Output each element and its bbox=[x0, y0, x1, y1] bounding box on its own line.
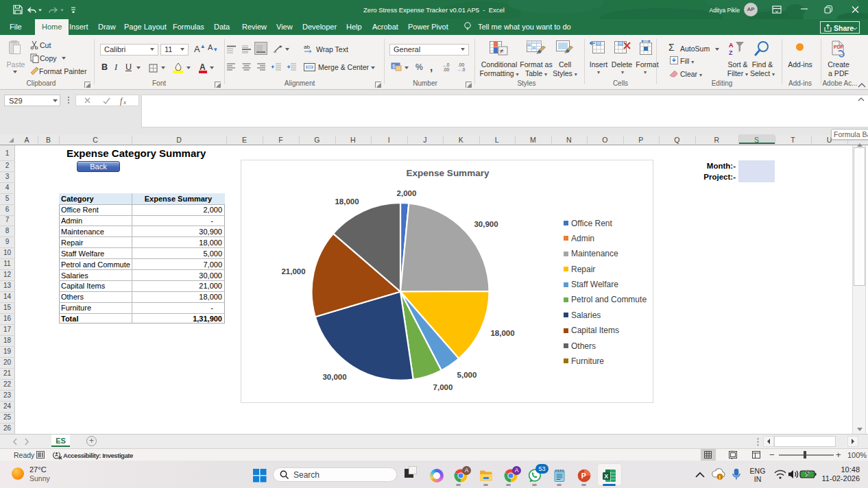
svg-text:!: ! bbox=[719, 474, 721, 480]
svg-text:$: $ bbox=[392, 63, 396, 69]
svg-text:PDF: PDF bbox=[834, 45, 844, 49]
svg-text:X: X bbox=[604, 473, 608, 480]
svg-text:x: x bbox=[123, 99, 126, 106]
svg-text:.0: .0 bbox=[461, 67, 466, 72]
svg-text:ab: ab bbox=[304, 44, 310, 50]
svg-text:A: A bbox=[729, 42, 734, 49]
svg-text:→: → bbox=[457, 67, 461, 72]
svg-text:.00: .00 bbox=[443, 67, 449, 72]
svg-text:≠: ≠ bbox=[500, 47, 504, 55]
svg-text:P: P bbox=[581, 472, 586, 480]
svg-text:Z: Z bbox=[729, 49, 733, 56]
